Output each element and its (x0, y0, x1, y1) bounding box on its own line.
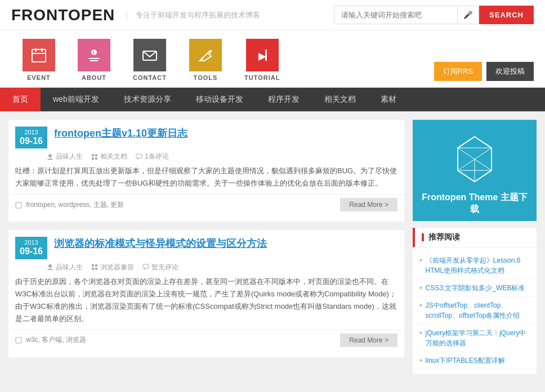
svg-rect-21 (92, 268, 94, 270)
svg-rect-15 (95, 157, 97, 160)
svg-rect-10 (265, 49, 267, 61)
article-1-day: 09-16 (20, 136, 43, 146)
svg-point-18 (48, 264, 52, 268)
article-1-read-more[interactable]: Read More > (340, 198, 397, 211)
svg-rect-19 (92, 264, 94, 267)
sidebar-recommended-title: 推荐阅读 (413, 228, 537, 247)
nav-item-programming[interactable]: 程序开发 (256, 88, 312, 111)
contact-icon-box (133, 39, 166, 71)
recommended-link-4[interactable]: linux下IPTABLES配置详解 (426, 355, 505, 366)
event-label: EVENT (27, 74, 51, 81)
recommended-link-1[interactable]: CSS3:文字阴影知多少_WEB标准 (426, 283, 525, 293)
nav-item-materials[interactable]: 素材 (368, 88, 409, 111)
article-1-year: 2013 (20, 129, 43, 136)
header: FRONTOPEN 专注于前端开发与程序拓展的技术博客 🎤 SEARCH (0, 0, 545, 30)
sidebar-banner-text: Frontopen Theme 主题下载 (413, 186, 537, 221)
article-1-footer: frontopen, wordpress, 主题, 更新 Read More > (8, 194, 404, 215)
about-icon-box: i (78, 39, 110, 71)
svg-rect-13 (95, 154, 97, 156)
nav-item-tech-resources[interactable]: 技术资源分享 (111, 88, 184, 111)
svg-rect-6 (88, 58, 100, 59)
article-2-body: 由于历史的原因，各个浏览器在对页面的渲染上存在差异，甚至同一浏览器在不同版本中，… (8, 276, 404, 330)
article-2-comments: 暂无评论 (142, 263, 178, 272)
list-item: linux下IPTABLES配置详解 (413, 352, 537, 370)
recommended-link-0[interactable]: 《前端开发从零学起》Lesson.6 HTML使用样式格式化文档 (426, 255, 530, 276)
nav-item-mobile-dev[interactable]: 移动设备开发 (184, 88, 256, 111)
article-1-date: 2013 09-16 (15, 127, 47, 148)
article-2-header: 2013 09-16 浏览器的标准模式与怪异模式的设置与区分方法 (8, 230, 404, 262)
article-2-category: 浏览器兼容 (91, 263, 134, 272)
svg-rect-24 (16, 337, 21, 343)
article-2-tags: w3c, 客户端, 浏览器 (15, 335, 86, 345)
article-2: 2013 09-16 浏览器的标准模式与怪异模式的设置与区分方法 品味人生 浏览… (8, 230, 404, 357)
article-1-category: 相关文档 (91, 152, 127, 161)
svg-rect-16 (136, 154, 142, 158)
svg-rect-17 (16, 202, 21, 208)
article-2-title[interactable]: 浏览器的标准模式与怪异模式的设置与区分方法 (54, 237, 267, 250)
recommended-link-2[interactable]: JS中offsetTop、clientTop、scrollTop、offsetT… (426, 300, 530, 321)
article-2-read-more[interactable]: Read More > (340, 334, 397, 347)
subscribe-button[interactable]: 订阅RRS (434, 62, 482, 81)
event-icon-box (23, 39, 55, 71)
article-2-author: 品味人生 (47, 263, 83, 272)
nav-icon-tools[interactable]: TOOLS (178, 36, 233, 87)
article-1-body: 吐槽：原计划是打算周五放出更新版本，但是仔细观察了大家的主题使用情况，貌似遇到很… (8, 165, 404, 194)
main-nav: 首页 web前端开发 技术资源分享 移动设备开发 程序开发 相关文档 素材 (0, 88, 545, 111)
contribute-button[interactable]: 欢迎投稿 (486, 62, 534, 81)
article-2-day: 09-16 (20, 246, 43, 256)
svg-point-9 (201, 57, 203, 60)
search-input[interactable] (334, 6, 458, 24)
svg-rect-22 (95, 268, 97, 270)
svg-rect-1 (35, 48, 37, 52)
sidebar-recommended: 推荐阅读 《前端开发从零学起》Lesson.6 HTML使用样式格式化文档 CS… (413, 228, 537, 374)
svg-line-32 (475, 159, 492, 170)
tutorial-label: TUTORIAL (244, 74, 280, 81)
article-1: 2013 09-16 frontopen主题v1.10更新日志 品味人生 相关文… (8, 120, 404, 222)
list-item: jQuery框架学习第二天：jQuery中万能的选择器 (413, 325, 537, 352)
nav-item-home[interactable]: 首页 (0, 88, 41, 111)
sidebar: Frontopen Theme 主题下载 推荐阅读 《前端开发从零学起》Less… (413, 120, 537, 381)
nav-icon-tutorial[interactable]: TUTORIAL (233, 36, 291, 87)
site-tagline: 专注于前端开发与程序拓展的技术博客 (126, 10, 260, 20)
list-item: JS中offsetTop、clientTop、scrollTop、offsetT… (413, 297, 537, 325)
recommended-link-3[interactable]: jQuery框架学习第二天：jQuery中万能的选择器 (426, 328, 530, 348)
list-item: CSS3:文字阴影知多少_WEB标准 (413, 280, 537, 297)
article-1-comments: 1条评论 (136, 152, 169, 161)
article-2-date: 2013 09-16 (15, 237, 47, 259)
article-2-footer: w3c, 客户端, 浏览器 Read More > (8, 330, 404, 350)
svg-rect-7 (90, 60, 98, 61)
article-1-meta: 品味人生 相关文档 1条评论 (8, 152, 404, 165)
nav-icon-event[interactable]: EVENT (11, 36, 66, 87)
article-2-meta: 品味人生 浏览器兼容 暂无评论 (8, 263, 404, 276)
svg-line-26 (458, 137, 475, 148)
svg-line-31 (458, 159, 475, 170)
banner-gem-icon (446, 131, 503, 189)
article-1-title[interactable]: frontopen主题v1.10更新日志 (54, 127, 187, 140)
svg-rect-12 (92, 154, 94, 156)
svg-rect-20 (95, 264, 97, 267)
icon-nav: EVENT i ABOUT CONTACT TOOLS (0, 30, 545, 88)
contact-label: CONTACT (133, 74, 167, 81)
nav-item-web-frontend[interactable]: web前端开发 (41, 88, 111, 111)
about-label: ABOUT (82, 74, 106, 81)
nav-item-docs[interactable]: 相关文档 (312, 88, 368, 111)
list-item: 《前端开发从零学起》Lesson.6 HTML使用样式格式化文档 (413, 252, 537, 280)
sidebar-recommended-list: 《前端开发从零学起》Lesson.6 HTML使用样式格式化文档 CSS3:文字… (413, 247, 537, 374)
content-wrap: 2013 09-16 frontopen主题v1.10更新日志 品味人生 相关文… (0, 111, 545, 389)
svg-rect-14 (92, 157, 94, 160)
svg-point-11 (48, 154, 52, 157)
article-2-year: 2013 (20, 239, 43, 246)
search-button[interactable]: SEARCH (479, 6, 534, 24)
article-1-author: 品味人生 (47, 152, 83, 161)
svg-line-30 (475, 148, 492, 159)
search-area: 🎤 SEARCH (334, 6, 534, 24)
article-1-header: 2013 09-16 frontopen主题v1.10更新日志 (8, 120, 404, 152)
search-mic-button[interactable]: 🎤 (458, 6, 479, 24)
svg-line-27 (475, 137, 492, 148)
svg-line-29 (458, 148, 475, 159)
nav-icon-about[interactable]: i ABOUT (66, 36, 122, 87)
svg-rect-2 (41, 48, 43, 52)
sidebar-banner[interactable]: Frontopen Theme 主题下载 (413, 120, 537, 221)
nav-icon-contact[interactable]: CONTACT (122, 36, 178, 87)
svg-text:i: i (93, 49, 95, 56)
